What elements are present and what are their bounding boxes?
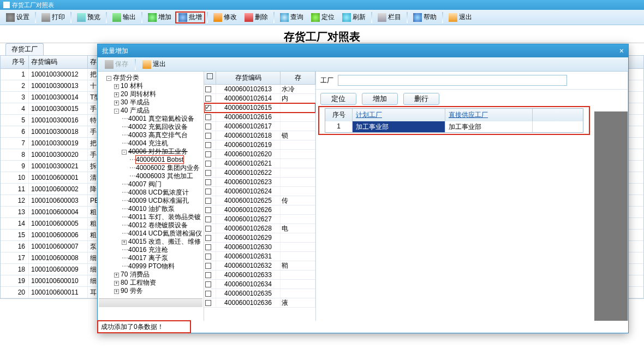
code-row[interactable]: 4000600102615 [204, 103, 315, 113]
tree-toggle[interactable]: - [114, 109, 119, 114]
tree-node[interactable]: +20 周转材料 [114, 90, 202, 98]
preview-button[interactable]: 预览 [73, 11, 104, 23]
row-checkbox[interactable] [205, 105, 211, 111]
factory-row[interactable]: 1加工事业部加工事业部 [325, 121, 583, 132]
code-row[interactable]: 4000600102631 [204, 252, 315, 261]
tree-toggle[interactable]: + [114, 92, 119, 97]
tree-node[interactable]: +80 工程物资 [114, 279, 202, 287]
delete-button[interactable]: 删除 [241, 11, 272, 23]
code-row[interactable]: 4000600102625传 [204, 196, 315, 205]
tree-node[interactable]: ⋯40006001 Bobst [129, 156, 202, 164]
code-row[interactable]: 4000600102635 [204, 289, 315, 298]
tree-panel[interactable]: -存货分类+10 材料+20 周转材料+30 半成品-40 产成品⋯40001 … [98, 72, 204, 321]
row-checkbox[interactable] [205, 254, 211, 260]
query-button[interactable]: 查询 [276, 11, 307, 23]
code-row[interactable]: 4000600102617 [204, 122, 315, 131]
code-row[interactable]: 4000600102621 [204, 159, 315, 168]
code-row[interactable]: 4000600102620 [204, 150, 315, 159]
tree-node[interactable]: ⋯40003 高真空排气台 [122, 131, 202, 139]
row-checkbox[interactable] [205, 226, 211, 232]
help-button[interactable]: 帮助 [409, 11, 440, 23]
row-checkbox[interactable] [205, 123, 211, 130]
tree-node[interactable]: -40 产成品⋯40001 真空箱氦检设备⋯40002 充氦回收设备⋯40003… [114, 107, 202, 270]
tree-node[interactable]: +90 劳务 [114, 287, 202, 295]
tree-hscroll[interactable] [99, 298, 202, 307]
close-icon[interactable]: × [619, 46, 624, 55]
tree-toggle[interactable]: - [122, 150, 127, 155]
row-checkbox[interactable] [205, 291, 211, 297]
tree-node[interactable]: ⋯40009 UCD标准漏孔 [122, 197, 202, 205]
tree-toggle[interactable]: + [122, 240, 127, 245]
tree-node[interactable]: ⋯40012 卷绕镀膜设备 [122, 221, 202, 230]
code-row[interactable]: 4000600102619 [204, 140, 315, 150]
row-checkbox[interactable] [205, 151, 211, 157]
locate-button[interactable]: 定位 [320, 93, 356, 105]
row-checkbox[interactable] [205, 170, 211, 176]
modal-title-bar[interactable]: 批量增加 × [98, 44, 628, 57]
tree-node[interactable]: ⋯40008 UCD氦浓度计 [122, 189, 202, 197]
row-checkbox[interactable] [205, 263, 211, 269]
tree-node[interactable]: ⋯40006003 其他加工 [129, 172, 202, 180]
codes-panel[interactable]: 存货编码 存 4000600102613水冷4000600102614内4000… [204, 72, 316, 321]
code-row[interactable]: 4000600102623 [204, 178, 315, 187]
tree-node[interactable]: ⋯40006002 集团内业务 [129, 164, 202, 172]
tree-node[interactable]: -40006 对外加工业务⋯40006001 Bobst⋯40006002 集团… [122, 148, 202, 180]
factory-input[interactable] [338, 75, 567, 86]
tree-node[interactable]: ⋯40016 充注枪 [122, 246, 202, 254]
row-checkbox[interactable] [205, 244, 211, 250]
tree-node[interactable]: ⋯40017 离子泵 [122, 254, 202, 262]
code-row[interactable]: 4000600102632鞘 [204, 261, 315, 270]
tree-node[interactable]: ⋯40010 油扩散泵 [122, 205, 202, 213]
modal-exit-button[interactable]: 退出 [139, 58, 170, 70]
code-row[interactable]: 4000600102629 [204, 233, 315, 243]
col-checkbox[interactable] [204, 72, 216, 84]
row-checkbox[interactable] [205, 161, 211, 167]
code-row[interactable]: 4000600102618锁 [204, 131, 315, 140]
row-checkbox[interactable] [205, 216, 211, 222]
add-row-button[interactable]: 增加 [362, 93, 398, 105]
bg-tab[interactable]: 存货工厂 [5, 43, 44, 55]
settings-button[interactable]: 设置 [2, 11, 33, 23]
tree-node[interactable]: +10 材料 [114, 82, 202, 90]
row-checkbox[interactable] [205, 133, 211, 139]
add-button[interactable]: 增加 [144, 11, 175, 23]
save-button[interactable]: 保存 [101, 58, 132, 70]
tree-node[interactable]: +40015 改造、搬迁、维修 [122, 238, 202, 246]
tree-toggle[interactable]: + [114, 273, 119, 278]
code-row[interactable]: 4000600102626 [204, 205, 315, 215]
row-checkbox[interactable] [205, 198, 211, 204]
tree-node[interactable]: ⋯40007 阀门 [122, 180, 202, 189]
print-button[interactable]: 打印 [38, 11, 69, 23]
tree-root[interactable]: -存货分类+10 材料+20 周转材料+30 半成品-40 产成品⋯40001 … [106, 74, 202, 295]
code-row[interactable]: 4000600102633 [204, 270, 315, 280]
tree-toggle[interactable]: + [114, 289, 119, 294]
row-checkbox[interactable] [205, 281, 211, 287]
fg-col-sup[interactable]: 直接供应工厂 [445, 109, 533, 121]
tree-node[interactable]: +30 半成品 [114, 98, 202, 107]
code-row[interactable]: 4000600102627 [204, 215, 315, 224]
code-row[interactable]: 4000600102614内 [204, 94, 315, 103]
tree-node[interactable]: ⋯40004 充注机 [122, 139, 202, 148]
tree-node[interactable]: ⋯40999 PTO物料 [122, 262, 202, 270]
delete-row-button[interactable]: 删行 [403, 93, 439, 105]
edit-button[interactable]: 修改 [210, 11, 241, 23]
tree-node[interactable]: ⋯40001 真空箱氦检设备 [122, 115, 202, 123]
row-checkbox[interactable] [205, 235, 211, 241]
batch-add-button[interactable]: 批增 [175, 11, 205, 23]
tree-node[interactable]: +70 消费品 [114, 270, 202, 279]
code-row[interactable]: 4000600102622 [204, 168, 315, 178]
tree-toggle[interactable]: + [114, 84, 119, 89]
exit-button[interactable]: 退出 [445, 11, 476, 23]
code-row[interactable]: 4000600102613水冷 [204, 85, 315, 94]
code-row[interactable]: 4000600102636液 [204, 298, 315, 308]
row-checkbox[interactable] [205, 189, 211, 195]
code-row[interactable]: 4000600102628电 [204, 224, 315, 233]
columns-button[interactable]: 栏目 [374, 11, 405, 23]
row-checkbox[interactable] [205, 96, 211, 102]
tree-node[interactable]: ⋯40014 UCD氦质谱检漏仪 [122, 230, 202, 238]
row-checkbox[interactable] [205, 300, 211, 306]
export-button[interactable]: 输出 [109, 11, 140, 23]
row-checkbox[interactable] [205, 142, 211, 148]
row-checkbox[interactable] [205, 179, 211, 185]
code-row[interactable]: 4000600102630 [204, 243, 315, 252]
